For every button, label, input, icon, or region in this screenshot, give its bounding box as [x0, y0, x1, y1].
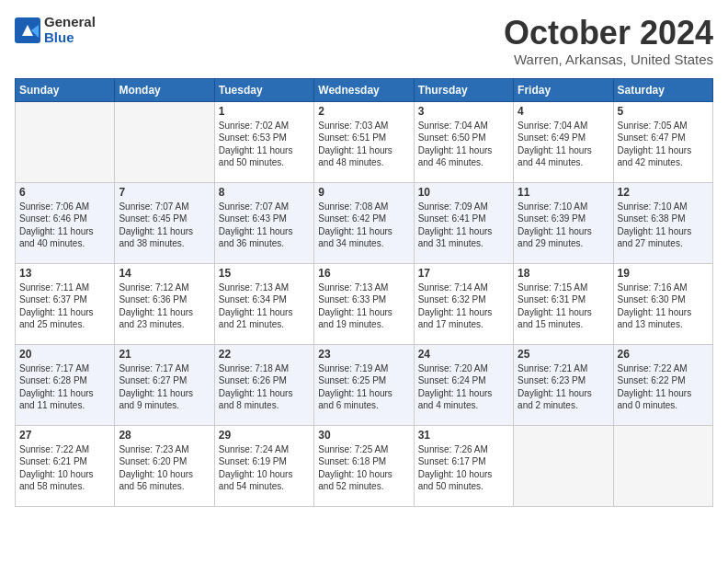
day-number: 1	[219, 105, 310, 118]
day-cell	[115, 101, 214, 182]
day-number: 24	[418, 348, 509, 361]
day-content: Sunrise: 7:05 AM Sunset: 6:47 PM Dayligh…	[618, 120, 709, 169]
day-content: Sunrise: 7:14 AM Sunset: 6:32 PM Dayligh…	[418, 282, 509, 331]
day-content: Sunrise: 7:07 AM Sunset: 6:45 PM Dayligh…	[119, 201, 210, 250]
day-cell: 12Sunrise: 7:10 AM Sunset: 6:38 PM Dayli…	[613, 182, 712, 263]
day-cell: 13Sunrise: 7:11 AM Sunset: 6:37 PM Dayli…	[16, 263, 115, 344]
day-number: 20	[19, 348, 110, 361]
day-number: 22	[219, 348, 310, 361]
day-cell: 1Sunrise: 7:02 AM Sunset: 6:53 PM Daylig…	[214, 101, 313, 182]
day-number: 27	[19, 429, 110, 442]
day-number: 19	[618, 267, 709, 280]
day-cell: 5Sunrise: 7:05 AM Sunset: 6:47 PM Daylig…	[613, 101, 712, 182]
day-number: 14	[119, 267, 210, 280]
logo-blue: Blue	[44, 30, 96, 46]
month-title: October 2024	[504, 15, 713, 52]
day-number: 10	[418, 186, 509, 199]
day-cell	[16, 101, 115, 182]
day-number: 5	[618, 105, 709, 118]
day-number: 15	[219, 267, 310, 280]
day-cell: 31Sunrise: 7:26 AM Sunset: 6:17 PM Dayli…	[414, 425, 513, 506]
day-cell: 18Sunrise: 7:15 AM Sunset: 6:31 PM Dayli…	[514, 263, 613, 344]
day-content: Sunrise: 7:10 AM Sunset: 6:38 PM Dayligh…	[618, 201, 709, 250]
day-content: Sunrise: 7:25 AM Sunset: 6:18 PM Dayligh…	[318, 443, 409, 493]
day-number: 7	[119, 186, 210, 199]
header-saturday: Saturday	[613, 78, 712, 101]
day-content: Sunrise: 7:22 AM Sunset: 6:21 PM Dayligh…	[19, 443, 110, 493]
day-cell: 23Sunrise: 7:19 AM Sunset: 6:25 PM Dayli…	[314, 344, 414, 425]
day-content: Sunrise: 7:13 AM Sunset: 6:34 PM Dayligh…	[219, 282, 310, 331]
day-cell: 9Sunrise: 7:08 AM Sunset: 6:42 PM Daylig…	[314, 182, 414, 263]
day-cell: 28Sunrise: 7:23 AM Sunset: 6:20 PM Dayli…	[115, 425, 214, 506]
day-cell: 26Sunrise: 7:22 AM Sunset: 6:22 PM Dayli…	[613, 344, 712, 425]
day-number: 12	[618, 186, 709, 199]
day-cell: 15Sunrise: 7:13 AM Sunset: 6:34 PM Dayli…	[214, 263, 313, 344]
day-cell: 16Sunrise: 7:13 AM Sunset: 6:33 PM Dayli…	[314, 263, 414, 344]
day-number: 6	[19, 186, 110, 199]
header-friday: Friday	[514, 78, 613, 101]
week-row-4: 27Sunrise: 7:22 AM Sunset: 6:21 PM Dayli…	[16, 425, 713, 506]
day-cell: 27Sunrise: 7:22 AM Sunset: 6:21 PM Dayli…	[16, 425, 115, 506]
day-cell	[514, 425, 613, 506]
day-content: Sunrise: 7:26 AM Sunset: 6:17 PM Dayligh…	[418, 443, 509, 493]
header-wednesday: Wednesday	[314, 78, 414, 101]
day-number: 13	[19, 267, 110, 280]
logo-icon	[15, 17, 40, 43]
day-cell: 10Sunrise: 7:09 AM Sunset: 6:41 PM Dayli…	[414, 182, 513, 263]
day-cell: 19Sunrise: 7:16 AM Sunset: 6:30 PM Dayli…	[613, 263, 712, 344]
logo-text: General Blue	[44, 15, 96, 45]
day-content: Sunrise: 7:12 AM Sunset: 6:36 PM Dayligh…	[119, 282, 210, 331]
logo: General Blue	[15, 15, 96, 45]
day-cell: 17Sunrise: 7:14 AM Sunset: 6:32 PM Dayli…	[414, 263, 513, 344]
day-cell	[613, 425, 712, 506]
day-content: Sunrise: 7:19 AM Sunset: 6:25 PM Dayligh…	[318, 362, 409, 412]
day-number: 9	[318, 186, 409, 199]
calendar-table: Sunday Monday Tuesday Wednesday Thursday…	[15, 78, 713, 507]
day-cell: 7Sunrise: 7:07 AM Sunset: 6:45 PM Daylig…	[115, 182, 214, 263]
day-content: Sunrise: 7:22 AM Sunset: 6:22 PM Dayligh…	[618, 362, 709, 412]
header-tuesday: Tuesday	[214, 78, 313, 101]
day-content: Sunrise: 7:07 AM Sunset: 6:43 PM Dayligh…	[219, 201, 310, 250]
day-content: Sunrise: 7:24 AM Sunset: 6:19 PM Dayligh…	[219, 443, 310, 493]
day-cell: 4Sunrise: 7:04 AM Sunset: 6:49 PM Daylig…	[514, 101, 613, 182]
day-number: 25	[518, 348, 609, 361]
day-content: Sunrise: 7:04 AM Sunset: 6:49 PM Dayligh…	[518, 120, 609, 169]
day-number: 18	[518, 267, 609, 280]
day-cell: 2Sunrise: 7:03 AM Sunset: 6:51 PM Daylig…	[314, 101, 414, 182]
day-number: 4	[518, 105, 609, 118]
day-cell: 24Sunrise: 7:20 AM Sunset: 6:24 PM Dayli…	[414, 344, 513, 425]
calendar-header: Sunday Monday Tuesday Wednesday Thursday…	[16, 78, 713, 101]
day-cell: 11Sunrise: 7:10 AM Sunset: 6:39 PM Dayli…	[514, 182, 613, 263]
day-cell: 25Sunrise: 7:21 AM Sunset: 6:23 PM Dayli…	[514, 344, 613, 425]
day-number: 30	[318, 429, 409, 442]
week-row-1: 6Sunrise: 7:06 AM Sunset: 6:46 PM Daylig…	[16, 182, 713, 263]
day-content: Sunrise: 7:09 AM Sunset: 6:41 PM Dayligh…	[418, 201, 509, 250]
title-area: October 2024 Warren, Arkansas, United St…	[504, 15, 713, 67]
day-content: Sunrise: 7:13 AM Sunset: 6:33 PM Dayligh…	[318, 282, 409, 331]
day-content: Sunrise: 7:15 AM Sunset: 6:31 PM Dayligh…	[518, 282, 609, 331]
day-content: Sunrise: 7:10 AM Sunset: 6:39 PM Dayligh…	[518, 201, 609, 250]
day-cell: 14Sunrise: 7:12 AM Sunset: 6:36 PM Dayli…	[115, 263, 214, 344]
day-cell: 6Sunrise: 7:06 AM Sunset: 6:46 PM Daylig…	[16, 182, 115, 263]
day-cell: 20Sunrise: 7:17 AM Sunset: 6:28 PM Dayli…	[16, 344, 115, 425]
day-content: Sunrise: 7:18 AM Sunset: 6:26 PM Dayligh…	[219, 362, 310, 412]
week-row-3: 20Sunrise: 7:17 AM Sunset: 6:28 PM Dayli…	[16, 344, 713, 425]
day-number: 29	[219, 429, 310, 442]
header-row: Sunday Monday Tuesday Wednesday Thursday…	[16, 78, 713, 101]
day-content: Sunrise: 7:02 AM Sunset: 6:53 PM Dayligh…	[219, 120, 310, 169]
day-number: 21	[119, 348, 210, 361]
day-content: Sunrise: 7:11 AM Sunset: 6:37 PM Dayligh…	[19, 282, 110, 331]
day-cell: 8Sunrise: 7:07 AM Sunset: 6:43 PM Daylig…	[214, 182, 313, 263]
day-number: 23	[318, 348, 409, 361]
day-content: Sunrise: 7:04 AM Sunset: 6:50 PM Dayligh…	[418, 120, 509, 169]
day-content: Sunrise: 7:03 AM Sunset: 6:51 PM Dayligh…	[318, 120, 409, 169]
header-thursday: Thursday	[414, 78, 513, 101]
week-row-0: 1Sunrise: 7:02 AM Sunset: 6:53 PM Daylig…	[16, 101, 713, 182]
day-cell: 30Sunrise: 7:25 AM Sunset: 6:18 PM Dayli…	[314, 425, 414, 506]
day-content: Sunrise: 7:21 AM Sunset: 6:23 PM Dayligh…	[518, 362, 609, 412]
location: Warren, Arkansas, United States	[504, 52, 713, 67]
day-number: 26	[618, 348, 709, 361]
day-number: 16	[318, 267, 409, 280]
day-cell: 21Sunrise: 7:17 AM Sunset: 6:27 PM Dayli…	[115, 344, 214, 425]
calendar-body: 1Sunrise: 7:02 AM Sunset: 6:53 PM Daylig…	[16, 101, 713, 506]
